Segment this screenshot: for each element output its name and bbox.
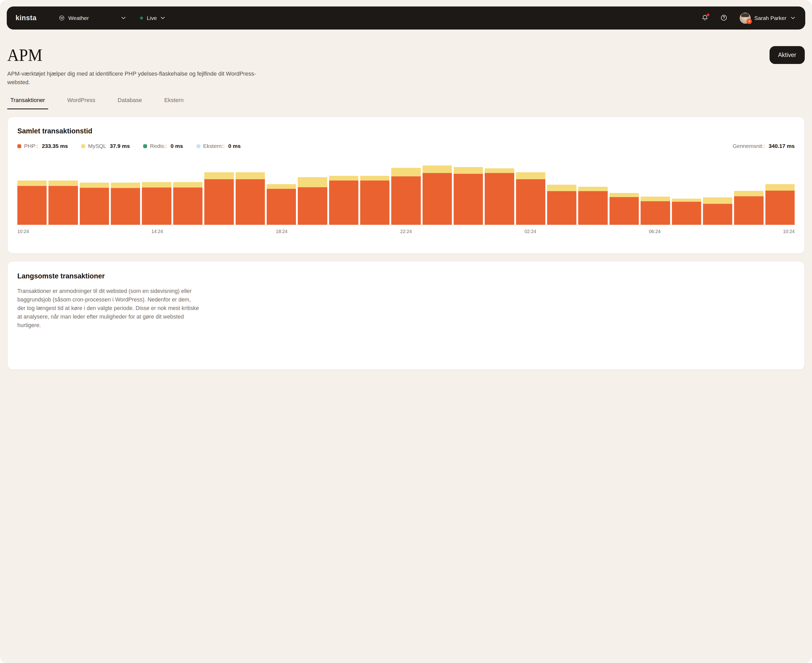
php-segment [329, 181, 358, 225]
chart-bar[interactable] [391, 168, 406, 225]
legend-value: 0 ms [171, 143, 183, 149]
chart-bar[interactable] [48, 181, 77, 225]
x-tick-label: 14:24 [152, 229, 163, 234]
legend-item: MySQL37.9 ms [81, 143, 130, 149]
title-row: APM Aktiver [7, 45, 406, 64]
page-description: APM-værktøjet hjælper dig med at identif… [7, 70, 292, 86]
page: kinsta Weather Live [0, 0, 406, 332]
slowest-transactions-card: Langsomste transaktioner Transaktioner e… [7, 261, 406, 332]
chart-bar[interactable] [111, 183, 140, 225]
legend-label: Ekstern:: [203, 143, 225, 149]
php-segment [142, 188, 171, 225]
mysql-segment [329, 176, 358, 181]
tab-transaktioner[interactable]: Transaktioner [7, 97, 48, 109]
chart-bar[interactable] [173, 182, 202, 225]
mysql-segment [17, 181, 47, 186]
slowest-card-title: Langsomste transaktioner [17, 272, 406, 280]
chart-card: Samlet transaktionstid PHP::233.35 msMyS… [7, 116, 406, 254]
legend-row: PHP::233.35 msMySQL37.9 msRedis::0 msEks… [17, 143, 406, 149]
chevron-down-icon [121, 17, 126, 19]
legend-value: 233.35 ms [42, 143, 68, 149]
legend-swatch [197, 144, 200, 148]
mysql-segment [391, 168, 406, 176]
x-tick-label: 22:24 [400, 229, 406, 234]
php-segment [391, 176, 406, 225]
php-segment [298, 187, 327, 225]
php-segment [80, 188, 109, 225]
legend-swatch [81, 144, 85, 148]
environment-selector[interactable]: Live [140, 15, 165, 21]
chevron-down-icon [161, 17, 165, 19]
legend-label: MySQL [88, 143, 106, 149]
legend-swatch [17, 144, 21, 148]
php-segment [204, 179, 234, 225]
page-title: APM [7, 45, 42, 64]
php-segment [17, 186, 47, 225]
site-selector[interactable]: Weather [59, 15, 89, 21]
wordpress-icon [59, 15, 65, 21]
tab-wordpress[interactable]: WordPress [64, 97, 98, 109]
legend-item: Redis::0 ms [143, 143, 183, 149]
mysql-segment [48, 181, 77, 186]
live-status-dot [140, 16, 143, 19]
php-segment [111, 188, 140, 225]
chart-bar[interactable] [360, 176, 389, 225]
transaction-time-chart [17, 155, 406, 225]
php-segment [173, 188, 202, 225]
legend-value: 0 ms [228, 143, 241, 149]
php-segment [236, 179, 265, 225]
php-segment [360, 181, 389, 225]
chart-bar[interactable] [80, 183, 109, 225]
mysql-segment [267, 184, 296, 189]
chart-bar[interactable] [329, 176, 358, 225]
mysql-segment [173, 182, 202, 188]
tabs: TransaktionerWordPressDatabaseEkstern [7, 97, 406, 109]
legend-item: Ekstern::0 ms [197, 143, 241, 149]
mysql-segment [142, 182, 171, 188]
x-axis-ticks: 10:2414:2418:2422:2402:2406:2410:24 [17, 229, 406, 236]
legend-value: 37.9 ms [110, 143, 130, 149]
mysql-segment [80, 183, 109, 188]
slowest-card-body: Transaktioner er anmodninger til dit web… [17, 287, 406, 330]
php-segment [267, 189, 296, 225]
legend-label: Redis:: [150, 143, 167, 149]
chart-bar[interactable] [17, 181, 47, 225]
kinsta-logo[interactable]: kinsta [16, 14, 37, 22]
main-content: APM Aktiver APM-værktøjet hjælper dig me… [0, 45, 406, 332]
legend: PHP::233.35 msMySQL37.9 msRedis::0 msEks… [17, 143, 241, 149]
site-selector-label: Weather [68, 15, 89, 21]
legend-item: PHP::233.35 ms [17, 143, 68, 149]
environment-label: Live [147, 15, 157, 21]
tab-database[interactable]: Database [115, 97, 145, 109]
chart-bars [17, 155, 406, 225]
tab-ekstern[interactable]: Ekstern [161, 97, 187, 109]
chart-bar[interactable] [298, 177, 327, 225]
x-tick-label: 18:24 [276, 229, 287, 234]
mysql-segment [360, 176, 389, 181]
legend-label: PHP:: [24, 143, 38, 149]
php-segment [48, 186, 77, 225]
mysql-segment [298, 177, 327, 188]
x-tick-label: 10:24 [17, 229, 29, 234]
chart-bar[interactable] [204, 172, 234, 225]
chart-bar[interactable] [236, 172, 265, 225]
legend-swatch [143, 144, 147, 148]
chart-bar[interactable] [267, 184, 296, 225]
chart-bar[interactable] [142, 182, 171, 225]
mysql-segment [204, 172, 234, 179]
mysql-segment [111, 183, 140, 188]
mysql-segment [236, 172, 265, 179]
top-nav: kinsta Weather Live [7, 6, 406, 29]
chart-card-title: Samlet transaktionstid [17, 127, 406, 135]
